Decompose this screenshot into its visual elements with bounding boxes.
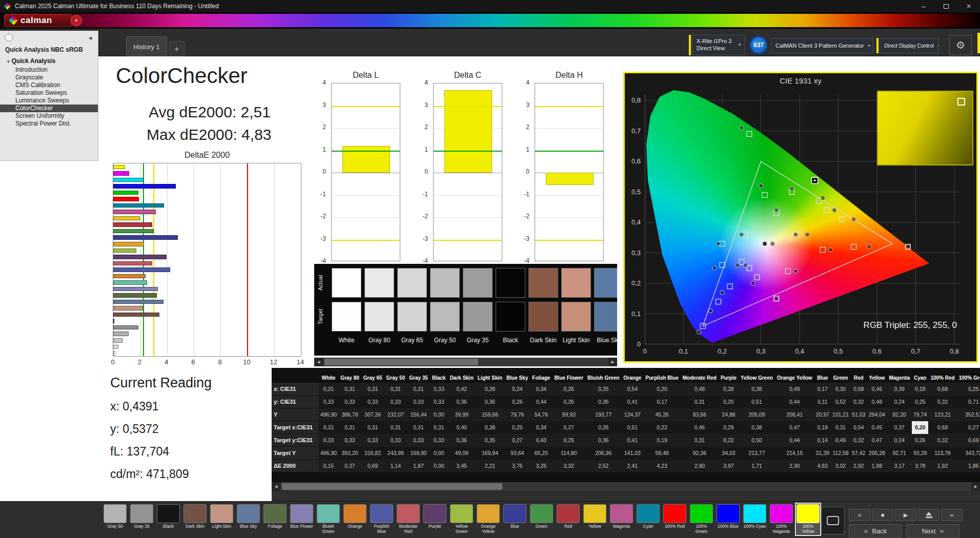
display-control-dropdown[interactable]: Direct Display Control ▼ xyxy=(880,38,939,53)
sidebar-item-saturation-sweeps[interactable]: Saturation Sweeps xyxy=(0,89,98,97)
table-cell: 0,25 xyxy=(957,383,980,396)
sidebar-item-colorchecker[interactable]: ColorChecker xyxy=(0,105,98,112)
pattern-swatch-bluish-green[interactable]: Bluish Green xyxy=(317,504,340,534)
spectrum-gradient xyxy=(0,14,980,27)
y-tick-label: 3 xyxy=(526,101,529,109)
scroll-right-icon[interactable]: ▶ xyxy=(608,358,617,366)
pattern-swatch-yellow[interactable]: Yellow xyxy=(583,504,606,534)
pattern-swatch-100-magenta[interactable]: 100% Magenta xyxy=(770,504,793,534)
pattern-swatch-purple[interactable]: Purple xyxy=(423,504,446,534)
pattern-swatch-foliage[interactable]: Foliage xyxy=(263,504,287,534)
pattern-swatch-purplish-blue[interactable]: Purplish Blue xyxy=(370,504,393,534)
scrollbar-thumb[interactable] xyxy=(282,483,502,490)
play-button[interactable]: ▶ xyxy=(895,509,916,521)
chevrons-right-icon: » xyxy=(940,527,944,535)
pattern-swatch-orange[interactable]: Orange xyxy=(343,504,366,534)
pattern-swatch-100-green[interactable]: 100% Green xyxy=(690,504,713,534)
sidebar-item-introduction[interactable]: Introduction xyxy=(0,66,98,74)
table-cell: 0,31 xyxy=(681,434,719,447)
sidebar-item-luminance-sweeps[interactable]: Luminance Sweeps xyxy=(0,97,98,105)
meter-dropdown[interactable]: X-Rite i1Pro 3 Direct View ▼ xyxy=(692,35,745,55)
continuous-measure-button[interactable]: ∞ xyxy=(941,509,963,521)
gridline xyxy=(434,217,502,218)
next-button[interactable]: Next » xyxy=(906,524,959,537)
yellow-threshold-line xyxy=(332,106,400,107)
swatch-color xyxy=(237,504,260,523)
workflow-menu-button[interactable] xyxy=(5,33,13,42)
table-cell: 0,22 xyxy=(643,421,680,434)
sidebar-item-screen-uniformity[interactable]: Screen Uniformity xyxy=(0,112,98,120)
pattern-window-button[interactable] xyxy=(821,507,845,534)
sidebar-item-grayscale[interactable]: Grayscale xyxy=(0,74,98,81)
pattern-swatch-blue-sky[interactable]: Blue Sky xyxy=(237,504,260,534)
y-tick-label: 0,8 xyxy=(631,96,645,104)
table-cell: 79,74 xyxy=(912,408,928,421)
table-scrollbar[interactable]: ◀ ▶ xyxy=(272,482,980,491)
deltae-bar-orange-yellow xyxy=(113,242,144,246)
meter-count-badge[interactable]: 637 xyxy=(749,36,768,54)
swatch-label: Purple xyxy=(423,524,446,529)
table-cell: 214,15 xyxy=(775,447,814,460)
deltae-bar-black xyxy=(113,319,114,323)
pattern-swatch-cyan[interactable]: Cyan xyxy=(637,504,660,534)
settings-button[interactable]: ⚙ xyxy=(949,35,972,55)
sidebar-item-spectral-power-dist[interactable]: Spectral Power Dist. xyxy=(0,120,98,128)
scroll-right-icon[interactable]: ▶ xyxy=(971,482,980,491)
maximize-button[interactable] xyxy=(935,0,957,12)
calman-menu-button[interactable]: calman xyxy=(4,14,72,27)
y-tick-label: 3 xyxy=(424,101,428,109)
table-cell: 0,68 xyxy=(928,383,956,396)
swatch-label: Light Skin xyxy=(560,337,593,344)
chart-title-delta-l: Delta L xyxy=(331,71,400,80)
sidebar-item-quick-analysis[interactable]: ▾Quick Analysis xyxy=(0,57,98,65)
delta-bar xyxy=(444,90,492,173)
red-threshold-line xyxy=(247,163,248,356)
target-point xyxy=(820,247,825,253)
pattern-generator-dropdown[interactable]: CalMAN Client 3 Pattern Generator ▼ xyxy=(771,38,873,53)
pattern-swatch-light-skin[interactable]: Light Skin xyxy=(210,504,233,534)
pattern-swatch-dark-skin[interactable]: Dark Skin xyxy=(183,504,207,534)
pattern-swatch-orange-yellow[interactable]: Orange Yellow xyxy=(477,504,500,534)
pattern-swatch-blue[interactable]: Blue xyxy=(503,504,526,534)
pattern-swatch-gray-50[interactable]: Gray 50 xyxy=(104,504,127,534)
pattern-swatch-yellow-green[interactable]: Yellow Green xyxy=(450,504,473,534)
collapse-sidebar-button[interactable]: ◀ xyxy=(86,33,95,43)
table-cell: 307,36 xyxy=(361,408,384,421)
table-cell: 0,28 xyxy=(719,383,739,396)
right-panel-handle[interactable] xyxy=(977,33,980,53)
tab-history-1[interactable]: History 1 xyxy=(126,36,167,56)
target-point xyxy=(747,265,752,271)
add-tab-button[interactable]: + xyxy=(169,41,185,56)
pattern-swatch-blue-flower[interactable]: Blue Flower xyxy=(290,504,313,534)
table-cell: 0,37 xyxy=(338,460,361,472)
deltae-bar-green xyxy=(113,229,154,234)
pattern-swatch-100-blue[interactable]: 100% Blue xyxy=(717,504,740,534)
scrollbar-thumb[interactable] xyxy=(324,359,478,365)
pattern-swatch-magenta[interactable]: Magenta xyxy=(610,504,633,534)
table-cell: 93,29 xyxy=(912,447,928,460)
pattern-swatch-black[interactable]: Black xyxy=(157,504,180,534)
back-button[interactable]: « Back xyxy=(849,524,902,537)
swatch-scrollbar[interactable]: ◀ ▶ xyxy=(314,358,617,366)
eject-button[interactable] xyxy=(918,509,940,521)
sidebar-item-cms-calibration[interactable]: CMS Calibration xyxy=(0,81,98,89)
close-button[interactable]: × xyxy=(957,0,980,12)
stop-button[interactable]: ■ xyxy=(872,509,893,521)
swatch-label: Orange xyxy=(343,524,366,529)
pattern-swatch-red[interactable]: Red xyxy=(557,504,580,534)
pattern-swatch-100-cyan[interactable]: 100% Cyan xyxy=(743,504,766,534)
table-cell: 0,00 xyxy=(430,408,448,421)
x-tick-label: 0,7 xyxy=(911,347,920,355)
pattern-swatch-100-yellow[interactable]: 100% Yellow xyxy=(797,504,820,534)
pattern-swatch-green[interactable]: Green xyxy=(530,504,553,534)
pattern-source-button[interactable]: ≡ xyxy=(849,509,870,521)
scroll-left-icon[interactable]: ◀ xyxy=(272,482,280,491)
swatch-color xyxy=(317,504,340,523)
minimize-button[interactable]: – xyxy=(912,0,935,12)
pattern-swatch-100-red[interactable]: 100% Red xyxy=(663,504,686,534)
pattern-swatch-gray-35[interactable]: Gray 35 xyxy=(130,504,153,534)
scroll-left-icon[interactable]: ◀ xyxy=(314,358,323,366)
pattern-preview xyxy=(877,91,973,165)
pattern-swatch-moderate-red[interactable]: Moderate Red xyxy=(397,504,420,534)
calman-menu-dropdown[interactable]: ▼ xyxy=(71,15,82,26)
